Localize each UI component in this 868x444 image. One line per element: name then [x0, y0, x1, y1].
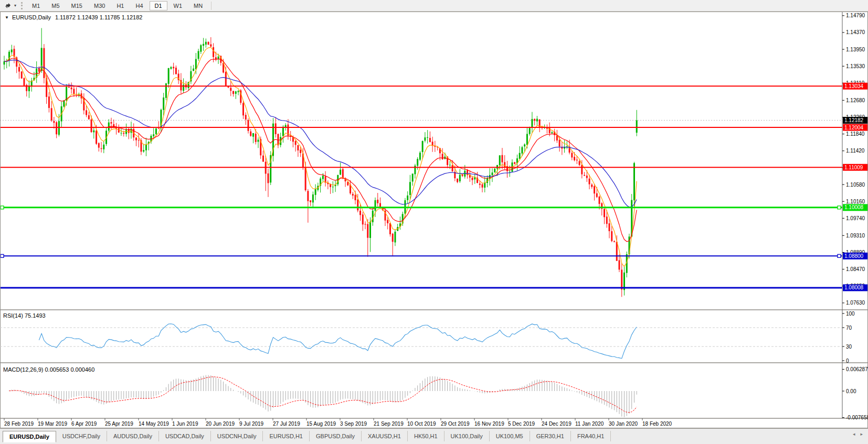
timeframe-buttons-group: M1M5M15M30H1H4D1W1MN — [26, 1, 208, 10]
tab-scroll-left-icon[interactable]: ◂ — [853, 431, 855, 437]
svg-text:1.11840: 1.11840 — [846, 131, 865, 137]
svg-text:1.09740: 1.09740 — [846, 215, 865, 221]
svg-text:28 Feb 2019: 28 Feb 2019 — [4, 421, 34, 427]
timeframe-toolbar: ▾ M1M5M15M30H1H4D1W1MN — [0, 0, 868, 12]
price-chart-svg: 1.147901.143701.139501.135301.131101.126… — [0, 12, 868, 428]
svg-text:1.07630: 1.07630 — [846, 300, 865, 306]
svg-text:1.08470: 1.08470 — [846, 266, 865, 272]
svg-text:1.13034: 1.13034 — [844, 83, 864, 89]
chart-arrows-icon-svg — [4, 2, 12, 9]
svg-text:29 Oct 2019: 29 Oct 2019 — [441, 421, 470, 427]
timeframe-button-h4[interactable]: H4 — [130, 1, 148, 10]
svg-text:24 Dec 2019: 24 Dec 2019 — [542, 421, 571, 427]
toolbar-separator — [211, 2, 211, 10]
chart-title: ▼ EURUSD,Daily 1.11872 1.12439 1.11785 1… — [5, 14, 142, 20]
svg-text:6 Apr 2019: 6 Apr 2019 — [71, 421, 97, 427]
svg-text:1.10008: 1.10008 — [844, 204, 864, 210]
svg-text:27 Jul 2019: 27 Jul 2019 — [273, 421, 300, 427]
chart-area[interactable]: 1.147901.143701.139501.135301.131101.126… — [0, 12, 868, 428]
rsi-layer: 10070300 — [0, 311, 855, 364]
trading-platform-window: ▾ M1M5M15M30H1H4D1W1MN 1.147901.143701.1… — [0, 0, 868, 444]
svg-text:1.12182: 1.12182 — [844, 117, 864, 123]
svg-text:1.13950: 1.13950 — [846, 47, 865, 52]
chart-tab-fra40-h1[interactable]: FRA40,H1 — [571, 431, 611, 441]
svg-text:-0.007658: -0.007658 — [846, 415, 868, 420]
svg-text:30 Jan 2020: 30 Jan 2020 — [609, 421, 638, 427]
chart-tab-bar: EURUSD,DailyUSDCHF,DailyAUDUSD,DailyUSDC… — [0, 428, 868, 444]
chart-tab-eurusd-daily[interactable]: EURUSD,Daily — [3, 431, 56, 442]
rsi-indicator-label: RSI(14) 75.1493 — [3, 312, 46, 319]
date-axis-layer: 28 Feb 201919 Mar 20196 Apr 201925 Apr 2… — [4, 418, 672, 427]
svg-text:1.08800: 1.08800 — [844, 253, 864, 259]
chart-tab-xauusd-h1[interactable]: XAUUSD,H1 — [362, 431, 408, 441]
svg-text:1.10160: 1.10160 — [846, 199, 865, 204]
svg-text:18 Feb 2020: 18 Feb 2020 — [642, 421, 672, 427]
chart-tab-ger30-h1[interactable]: GER30,H1 — [530, 431, 571, 441]
timeframe-button-w1[interactable]: W1 — [168, 1, 188, 10]
fast-ma-line — [4, 47, 637, 266]
chart-tab-eurusd-h1[interactable]: EURUSD,H1 — [263, 431, 310, 441]
svg-text:20 Jun 2019: 20 Jun 2019 — [206, 421, 235, 427]
macd-layer: 0.0062870.00-0.007658 — [9, 366, 868, 420]
chart-tools-dropdown-caret[interactable]: ▾ — [13, 3, 18, 8]
svg-text:30: 30 — [846, 344, 852, 350]
svg-text:25 Apr 2019: 25 Apr 2019 — [105, 421, 133, 427]
timeframe-button-m30[interactable]: M30 — [89, 1, 110, 10]
timeframe-button-d1[interactable]: D1 — [150, 1, 167, 10]
svg-text:1.12004: 1.12004 — [844, 125, 864, 131]
chart-tab-audusd-daily[interactable]: AUDUSD,Daily — [107, 431, 159, 441]
svg-text:1.10580: 1.10580 — [846, 182, 865, 188]
timeframe-button-m15[interactable]: M15 — [66, 1, 88, 10]
svg-text:0: 0 — [846, 358, 849, 364]
price-axis-layer: 1.147901.143701.139501.135301.131101.126… — [842, 13, 867, 306]
svg-text:0.006287: 0.006287 — [846, 366, 868, 372]
svg-text:10 Oct 2019: 10 Oct 2019 — [407, 421, 436, 427]
chart-tab-gbpusd-daily[interactable]: GBPUSD,Daily — [310, 431, 362, 441]
svg-text:9 Jul 2019: 9 Jul 2019 — [239, 421, 264, 427]
svg-text:1.14790: 1.14790 — [846, 13, 865, 18]
chart-tab-hk50-h1[interactable]: HK50,H1 — [408, 431, 444, 441]
svg-text:3 Sep 2019: 3 Sep 2019 — [340, 421, 367, 427]
svg-text:0.00: 0.00 — [846, 388, 856, 394]
tab-scroll-right-icon[interactable]: ▸ — [860, 431, 863, 437]
svg-text:1.14370: 1.14370 — [846, 29, 865, 35]
svg-text:1.12680: 1.12680 — [846, 98, 865, 103]
chart-ohlc-values: 1.11872 1.12439 1.11785 1.12182 — [55, 14, 143, 20]
toolbar-grip[interactable] — [21, 2, 23, 9]
candles-layer — [4, 28, 638, 297]
chart-tab-usdcad-daily[interactable]: USDCAD,Daily — [159, 431, 211, 441]
svg-text:1.11420: 1.11420 — [846, 148, 865, 154]
timeframe-button-m1[interactable]: M1 — [27, 1, 45, 10]
chart-tab-uk100-daily[interactable]: UK100,Daily — [444, 431, 490, 441]
chart-collapse-icon[interactable]: ▼ — [5, 15, 9, 20]
svg-text:1.11009: 1.11009 — [844, 165, 863, 170]
svg-text:16 Nov 2019: 16 Nov 2019 — [474, 421, 504, 427]
svg-text:15 Aug 2019: 15 Aug 2019 — [306, 421, 336, 427]
svg-text:1.08008: 1.08008 — [844, 285, 864, 290]
svg-text:100: 100 — [846, 311, 855, 317]
svg-text:14 May 2019: 14 May 2019 — [139, 421, 169, 427]
timeframe-button-mn[interactable]: MN — [188, 1, 208, 10]
svg-text:1.13530: 1.13530 — [846, 63, 865, 69]
timeframe-button-m5[interactable]: M5 — [46, 1, 65, 10]
timeframe-button-h1[interactable]: H1 — [111, 1, 129, 10]
svg-text:11 Jan 2020: 11 Jan 2020 — [575, 421, 604, 427]
macd-indicator-label: MACD(12,26,9) 0.005653 0.000460 — [3, 366, 94, 373]
chart-tab-usdcnh-daily[interactable]: USDCNH,Daily — [211, 431, 263, 441]
moving-averages-layer — [4, 47, 637, 266]
svg-text:70: 70 — [846, 325, 852, 331]
svg-text:19 Mar 2019: 19 Mar 2019 — [38, 421, 68, 427]
chart-arrows-icon[interactable] — [3, 2, 13, 10]
chart-tab-usdchf-daily[interactable]: USDCHF,Daily — [56, 431, 107, 441]
chart-tab-uk100-m5[interactable]: UK100,M5 — [490, 431, 530, 441]
frame-layer — [0, 12, 868, 428]
svg-text:1.09310: 1.09310 — [846, 233, 865, 239]
chart-tabs-group: EURUSD,DailyUSDCHF,DailyAUDUSD,DailyUSDC… — [3, 431, 611, 442]
svg-text:21 Sep 2019: 21 Sep 2019 — [374, 421, 404, 427]
svg-text:1 Jun 2019: 1 Jun 2019 — [172, 421, 198, 427]
svg-text:5 Dec 2019: 5 Dec 2019 — [508, 421, 535, 427]
chart-symbol-label: EURUSD,Daily — [12, 14, 51, 20]
rsi-line — [39, 324, 637, 359]
tab-scroll-arrows: ◂ ▸ — [853, 429, 863, 439]
